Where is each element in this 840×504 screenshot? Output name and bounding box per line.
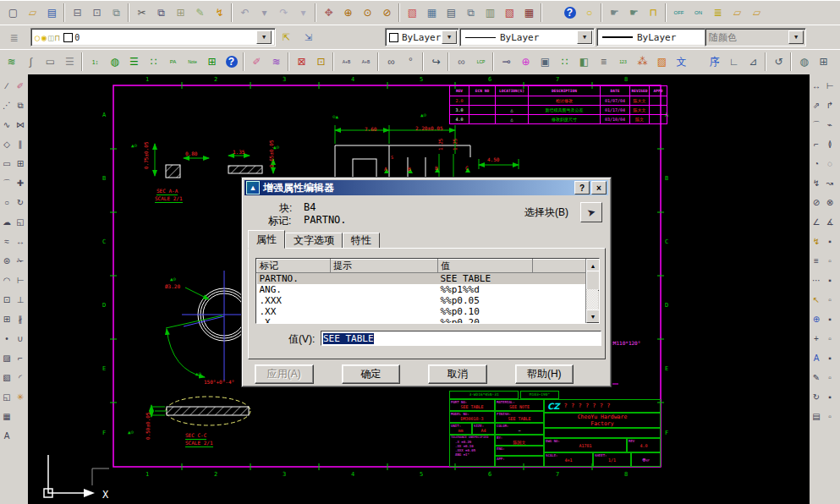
arc-button[interactable]: ⌒ (0, 173, 14, 193)
stretch-button[interactable]: ↔ (14, 232, 28, 251)
arc-length-dimension-button[interactable]: ⌒ (810, 115, 824, 134)
break-button[interactable]: ∦ (14, 310, 28, 329)
right-tool-17-button[interactable]: ▪ (823, 387, 837, 407)
pen-settings-button[interactable]: ∫ (21, 52, 41, 72)
tolerance-dimension-button[interactable]: ⊕ (810, 310, 824, 329)
open-drawing-add-button[interactable]: ▱ (747, 3, 766, 22)
break-at-point-button[interactable]: ⊥ (14, 290, 28, 310)
right-tool-2-button[interactable]: ↱ (823, 96, 837, 115)
publish-button[interactable]: ⧉ (107, 3, 126, 22)
right-tool-9-button[interactable]: ▪ (823, 232, 837, 251)
zoom-previous-button[interactable]: ⊘ (377, 3, 397, 22)
text-match-button[interactable]: A+B (337, 52, 356, 72)
right-tool-6-button[interactable]: ↝ (823, 173, 837, 193)
zoom-realtime-button[interactable]: ⊕ (338, 3, 358, 22)
layer-tool-green-button[interactable]: ☰ (124, 52, 144, 72)
polyline-arrow-tool-button[interactable]: ↪ (426, 52, 446, 72)
dialog-close-button[interactable]: × (591, 181, 607, 194)
layer-on-button[interactable]: ON (689, 3, 708, 22)
ucs-box-tool-button[interactable]: ⊿ (744, 52, 763, 72)
pan-button[interactable]: ✥ (319, 3, 338, 22)
multiline-text-button[interactable]: A (0, 426, 14, 446)
fillet-button[interactable]: ◜ (14, 368, 28, 387)
attr-table-row[interactable]: .XX%%p0.10 (257, 306, 601, 317)
ucs-tool-button[interactable]: ∟ (724, 52, 744, 72)
dimension-style-button[interactable]: ▤ (810, 407, 824, 426)
dimension-edit-button[interactable]: ✎ (810, 368, 824, 387)
polygon-button[interactable]: ◇ (0, 134, 14, 154)
save-button[interactable]: ▤ (42, 3, 62, 22)
dialog-tab-2[interactable]: 文字选项 (285, 233, 343, 249)
baseline-dimension-button[interactable]: ≡ (810, 251, 824, 271)
block-replace-button[interactable]: ⊡ (311, 52, 331, 72)
ellipse-button[interactable]: ⊜ (0, 251, 14, 271)
xu-text-tool-button[interactable]: 序 (705, 52, 724, 72)
note-tool-button[interactable]: Note (183, 52, 202, 72)
join-button[interactable]: ∪ (14, 329, 28, 348)
table-button[interactable]: ▦ (0, 407, 14, 426)
polyline-button[interactable]: ∿ (0, 115, 14, 134)
end-object-isolation-button[interactable]: ☛ (624, 3, 644, 22)
extend-button[interactable]: ⊢ (14, 271, 28, 290)
dimension-text-edit-button[interactable]: A (810, 348, 824, 368)
right-tool-7-button[interactable]: ⊗ (823, 193, 837, 212)
chamfer-button[interactable]: ⌐ (14, 348, 28, 368)
insert-block-button[interactable]: ⊡ (0, 290, 14, 310)
chevron-down-icon[interactable]: ▼ (442, 30, 457, 44)
part-tool-button[interactable]: PA (163, 52, 183, 72)
scale-button[interactable]: ◱ (14, 212, 28, 232)
right-tool-10-button[interactable]: ▫ (823, 251, 837, 271)
node-link-tool-button[interactable]: ⊸ (497, 52, 516, 72)
layer-combo[interactable]: ○◉◫⊓ 0 ▼ (30, 28, 276, 47)
attr-column-header[interactable]: 标记 (257, 260, 331, 273)
color-wheel-tool-button[interactable]: ⁂ (633, 52, 652, 72)
right-tool-16-button[interactable]: ▫ (823, 368, 837, 387)
dialog-tab-1[interactable]: 属性 (248, 230, 285, 249)
text-copy-button[interactable]: A+B (356, 52, 376, 72)
sketch-brush-button[interactable]: ≋ (2, 52, 21, 72)
color-combo[interactable]: ByLayer ▼ (385, 28, 459, 47)
move-button[interactable]: ✚ (14, 173, 28, 193)
undo-button[interactable]: ↶ (235, 3, 255, 22)
attr-column-header[interactable]: 值 (438, 260, 533, 273)
right-tool-15-button[interactable]: ▪ (823, 348, 837, 368)
block-delete-button[interactable]: ⊠ (292, 52, 311, 72)
circle-button[interactable]: ○ (0, 193, 14, 212)
unlock-object-button[interactable]: ⊓ (644, 3, 663, 22)
construction-line-button[interactable]: ⋰ (0, 96, 14, 115)
layer-properties-button[interactable]: ≣ (3, 27, 25, 48)
draw-order-button[interactable]: ▧ (403, 3, 422, 22)
plot-button[interactable]: ⊟ (68, 3, 87, 22)
help-button[interactable]: ? (560, 3, 579, 22)
layer-previous-button[interactable]: ⇲ (298, 27, 319, 48)
dialog-tab-3[interactable]: 特性 (343, 233, 380, 249)
copy-object-button[interactable]: ⧉ (14, 96, 28, 115)
quickcalc-button[interactable]: ▦ (519, 3, 539, 22)
quick-select-button[interactable]: ▦ (422, 3, 442, 22)
ellipse-arc-button[interactable]: ◠ (0, 271, 14, 290)
apply-button[interactable]: 应用(A) (255, 364, 314, 384)
markup-set-manager-button[interactable]: ▧ (500, 3, 519, 22)
cut-button[interactable]: ✂ (132, 3, 151, 22)
offset-button[interactable]: ∥ (14, 134, 28, 154)
zoom-window-button[interactable]: ⊙ (358, 3, 377, 22)
center-mark-button[interactable]: + (810, 329, 824, 348)
scroll-down-button[interactable]: ▼ (586, 310, 600, 323)
wen-text-tool-button[interactable]: 文 (672, 52, 691, 72)
match-properties-button[interactable]: ✎ (190, 3, 210, 22)
right-tool-8-button[interactable]: ∡ (823, 212, 837, 232)
line-button[interactable]: ∕ (0, 76, 14, 96)
aligned-dimension-button[interactable]: ⇗ (810, 96, 824, 115)
attr-table-row[interactable]: .XXX%%p0.05 (257, 295, 601, 306)
open-drawing-single-button[interactable]: ▱ (727, 3, 747, 22)
paste-button[interactable]: ⊞ (171, 3, 190, 22)
gradient-button[interactable]: ▧ (0, 368, 14, 387)
linear-dimension-button[interactable]: ↔ (810, 76, 824, 96)
array-button[interactable]: ⊞ (14, 154, 28, 173)
help-2-button[interactable]: ? (222, 52, 241, 72)
make-block-button[interactable]: ⊞ (0, 310, 14, 329)
region-button[interactable]: ◱ (0, 387, 14, 407)
scrollbar-track[interactable] (586, 289, 598, 311)
mirror-button[interactable]: ⋈ (14, 115, 28, 134)
circles-tool-2-button[interactable]: ∞ (452, 52, 471, 72)
